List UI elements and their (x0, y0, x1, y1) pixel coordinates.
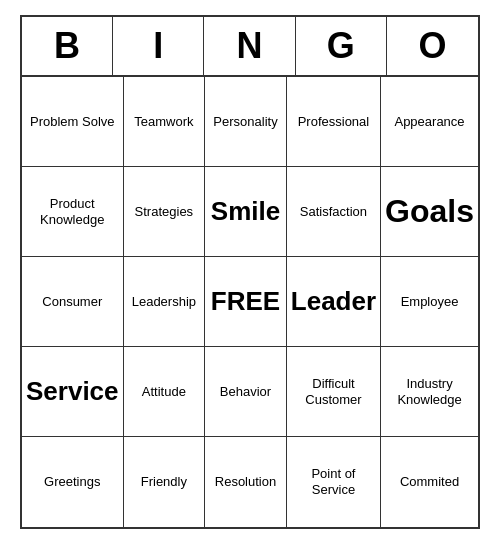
bingo-cell: Employee (381, 257, 478, 347)
bingo-cell: Satisfaction (287, 167, 381, 257)
bingo-card: BINGO Problem SolveTeamworkPersonalityPr… (20, 15, 480, 529)
bingo-grid: Problem SolveTeamworkPersonalityProfessi… (22, 77, 478, 527)
bingo-cell: FREE (205, 257, 287, 347)
bingo-cell: Professional (287, 77, 381, 167)
header-letter: I (113, 17, 204, 75)
bingo-cell: Difficult Customer (287, 347, 381, 437)
bingo-cell: Strategies (124, 167, 206, 257)
header-letter: G (296, 17, 387, 75)
bingo-header: BINGO (22, 17, 478, 77)
bingo-cell: Personality (205, 77, 287, 167)
bingo-cell: Behavior (205, 347, 287, 437)
bingo-cell: Industry Knowledge (381, 347, 478, 437)
bingo-cell: Appearance (381, 77, 478, 167)
bingo-cell: Leadership (124, 257, 206, 347)
bingo-cell: Goals (381, 167, 478, 257)
bingo-cell: Attitude (124, 347, 206, 437)
bingo-cell: Commited (381, 437, 478, 527)
bingo-cell: Leader (287, 257, 381, 347)
bingo-cell: Point of Service (287, 437, 381, 527)
bingo-cell: Product Knowledge (22, 167, 124, 257)
bingo-cell: Resolution (205, 437, 287, 527)
header-letter: N (204, 17, 295, 75)
bingo-cell: Smile (205, 167, 287, 257)
bingo-cell: Friendly (124, 437, 206, 527)
bingo-cell: Greetings (22, 437, 124, 527)
header-letter: B (22, 17, 113, 75)
header-letter: O (387, 17, 478, 75)
bingo-cell: Problem Solve (22, 77, 124, 167)
bingo-cell: Teamwork (124, 77, 206, 167)
bingo-cell: Consumer (22, 257, 124, 347)
bingo-cell: Service (22, 347, 124, 437)
